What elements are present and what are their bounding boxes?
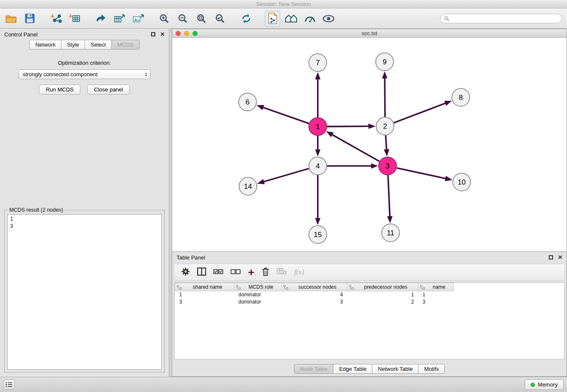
table-float-panel-icon[interactable] [549,255,553,259]
graph-node-7[interactable]: 7 [309,54,327,72]
split-view-button[interactable] [197,268,206,277]
home-view-button[interactable] [284,11,299,27]
zoom-out-icon [178,14,188,24]
graph-node-15[interactable]: 15 [309,226,327,243]
graph-edge-2-8[interactable] [394,103,446,123]
table-settings-button[interactable] [181,267,190,278]
tab-select[interactable]: Select [85,40,112,50]
graph-node-1[interactable]: 1 [309,118,327,135]
search-input[interactable] [452,16,558,22]
table-cell[interactable]: 1 [418,291,454,298]
float-panel-icon[interactable] [151,32,155,36]
table-cell[interactable]: 3 [175,298,234,306]
criterion-dropdown[interactable]: strongly connected component ▲▼ [19,69,151,79]
select-all-rows-button[interactable] [213,268,223,277]
table-cell[interactable]: 2 [347,298,418,306]
mcds-buttons-row: Run MCDS Close panel [0,85,169,94]
apply-function-button[interactable]: f(x) [294,268,304,276]
table-cell[interactable]: 4 [282,291,347,298]
task-history-button[interactable] [3,380,15,389]
save-session-button[interactable] [22,11,37,27]
graph-node-8[interactable]: 8 [452,88,470,106]
graph-node-4[interactable]: 4 [309,157,327,175]
zoom-fit-button[interactable] [194,11,209,27]
table-row[interactable]: 1dominator411 [175,291,564,298]
delete-table-button[interactable] [277,268,287,277]
column-header-MCDS-role[interactable]: MCDS role [234,283,282,291]
table-tab-edge-table[interactable]: Edge Table [333,364,372,374]
memory-button-label: Memory [538,381,558,388]
graph-edge-3-1[interactable] [332,135,380,161]
table-cell[interactable]: 1 [347,291,418,298]
graph-node-3[interactable]: 3 [379,157,396,175]
export-image-button[interactable] [130,11,146,27]
table-close-panel-icon[interactable]: × [558,255,562,260]
close-panel-button[interactable]: Close panel [87,85,130,94]
network-window-titlebar[interactable]: scc.txt × − + [172,29,567,38]
graph-node-label: 8 [459,94,462,102]
table-cell[interactable]: dominator [234,291,282,298]
column-header-name[interactable]: name [418,283,454,291]
graph-node-9[interactable]: 9 [376,53,394,71]
import-network-button[interactable] [48,11,63,27]
tab-network[interactable]: Network [29,40,61,50]
control-panel-header: Control Panel × [0,29,169,40]
share-network-button[interactable] [93,11,108,27]
search-field[interactable] [440,14,562,23]
table-tab-motifs[interactable]: Motifs [418,364,445,374]
zoom-in-button[interactable] [157,11,172,27]
export-document-button[interactable] [265,11,280,27]
column-function-icon [284,285,288,291]
open-session-button[interactable] [3,11,19,27]
graph-edge-4-14[interactable] [264,168,308,182]
zoom-selected-button[interactable] [212,11,228,27]
table-tab-network-table[interactable]: Network Table [372,364,418,374]
zoom-window-icon[interactable]: + [193,31,198,36]
clone-network-button[interactable] [112,11,127,27]
graph-edge-3-11[interactable] [388,175,390,216]
minimize-window-icon[interactable]: − [184,31,189,36]
column-header-successor-nodes[interactable]: successor nodes [282,283,347,291]
refresh-view-button[interactable] [239,11,254,27]
graph-node-6[interactable]: 6 [239,93,256,111]
tab-mcds[interactable]: MCDS [111,40,139,50]
graph-edge-1-6[interactable] [263,108,309,124]
graph-node-2[interactable]: 2 [376,117,394,135]
close-panel-icon[interactable]: × [160,32,165,37]
graph-node-11[interactable]: 11 [382,224,399,242]
graphics-details-icon [304,14,316,23]
graph-edge-2-9[interactable] [385,78,385,117]
table-cell[interactable]: dominator [234,298,282,306]
table-tab-node-table[interactable]: Node Table [294,364,334,374]
birdseye-view-button[interactable] [321,11,336,27]
table-cell[interactable]: 1 [175,291,234,298]
column-header-shared-name[interactable]: shared name [175,283,234,291]
delete-columns-button[interactable] [261,267,270,278]
graph-edge-2-3[interactable] [385,135,386,149]
graph-node-label: 14 [244,182,252,190]
table-cell[interactable]: 3 [418,298,454,306]
run-mcds-button[interactable]: Run MCDS [39,85,80,94]
add-column-button[interactable]: + [248,268,254,276]
network-graph[interactable]: 7968124314101511 [172,38,567,251]
graphics-details-button[interactable] [302,11,317,27]
node-table-body: 1dominator4113dominator323 [175,291,564,306]
mcds-result-text[interactable]: 1 3 [7,214,162,370]
zoom-out-button[interactable] [175,11,190,27]
network-canvas-container[interactable]: 7968124314101511 [172,38,567,251]
column-header-predecessor-nodes[interactable]: predecessor nodes [347,283,418,291]
memory-button[interactable]: Memory [525,379,564,390]
close-window-icon[interactable]: × [176,31,181,36]
graph-edge-3-10[interactable] [396,168,445,179]
table-row[interactable]: 3dominator323 [175,298,564,306]
node-table[interactable]: shared nameMCDS rolesuccessor nodesprede… [174,282,564,359]
import-table-button[interactable] [67,11,82,27]
graph-node-14[interactable]: 14 [239,177,257,195]
node-table-header-row: shared nameMCDS rolesuccessor nodesprede… [175,283,564,291]
tab-style[interactable]: Style [61,40,85,50]
mcds-result-title: MCDS result (2 nodes) [8,207,65,213]
table-cell[interactable]: 3 [282,298,347,306]
deselect-all-rows-button[interactable] [231,268,241,277]
graph-node-10[interactable]: 10 [453,173,471,191]
graph-edge-1-2[interactable] [327,126,369,127]
